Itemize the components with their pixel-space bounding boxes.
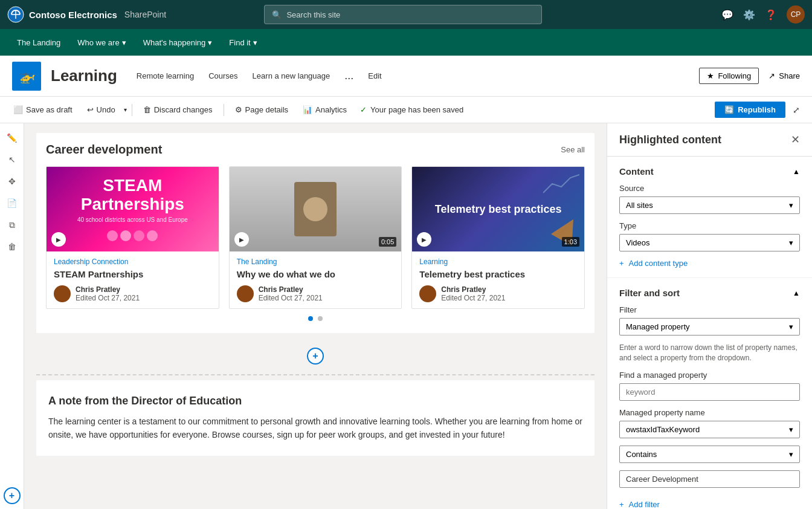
- pagination-dot-2[interactable]: [318, 316, 323, 321]
- play-button[interactable]: ▶: [51, 232, 66, 247]
- add-filter-icon: +: [619, 500, 624, 509]
- card-title: STEAM Partnerships: [54, 268, 211, 280]
- author-date: Edited Oct 27, 2021: [76, 294, 140, 302]
- see-all-link[interactable]: See all: [561, 145, 585, 154]
- page-nav-remote[interactable]: Remote learning: [137, 71, 194, 80]
- page-nav-courses[interactable]: Courses: [208, 71, 237, 80]
- video-duration-3: 1:03: [562, 237, 579, 247]
- add-filter-button[interactable]: + Add filter: [619, 500, 800, 509]
- card-author-3: Chris Pratley Edited Oct 27, 2021: [419, 285, 577, 302]
- undo-button[interactable]: ↩ Undo: [81, 103, 121, 117]
- content-section-header[interactable]: Content ▲: [619, 166, 800, 177]
- site-nav-whats-happening-label: What's happening: [143, 38, 206, 47]
- filter-chevron: ▾: [789, 322, 793, 331]
- panel-content-section: Content ▲ Source All sites ▾ Type Videos…: [607, 157, 812, 278]
- note-title: A note from the Director of Education: [48, 395, 582, 407]
- page-nav-language[interactable]: Learn a new language: [253, 71, 330, 80]
- filter-section-header[interactable]: Filter and sort ▲: [619, 288, 800, 298]
- source-dropdown[interactable]: All sites ▾: [619, 196, 800, 214]
- card-body-2: The Landing Why we do what we do Chris P…: [230, 251, 402, 308]
- analytics-label: Analytics: [315, 105, 347, 114]
- author-avatar: [54, 285, 71, 302]
- author-date-3: Edited Oct 27, 2021: [441, 294, 505, 302]
- property-name-dropdown[interactable]: owstaxIdTaxKeyword ▾: [619, 421, 800, 438]
- condition-dropdown[interactable]: Contains ▾: [619, 446, 800, 463]
- following-button[interactable]: ★ Following: [699, 68, 759, 84]
- video-duration: 0:05: [379, 237, 396, 247]
- card-tag-3[interactable]: Learning: [419, 258, 577, 266]
- play-button-2[interactable]: ▶: [234, 232, 249, 247]
- page-nav-more[interactable]: ...: [344, 70, 353, 82]
- search-bar[interactable]: 🔍 Search this site: [264, 5, 542, 24]
- help-icon[interactable]: ❓: [765, 9, 777, 21]
- author-info: Chris Pratley Edited Oct 27, 2021: [76, 285, 140, 302]
- site-nav-who-we-are[interactable]: Who we are ▾: [70, 29, 133, 56]
- author-avatar-2: [237, 285, 254, 302]
- toolbar-divider-2: [224, 104, 224, 116]
- page-details-button[interactable]: ⚙ Page details: [229, 103, 295, 117]
- sidebar-add-button[interactable]: +: [4, 487, 21, 504]
- author-name-3: Chris Pratley: [441, 285, 505, 294]
- filter-label: Filter: [619, 305, 800, 314]
- filter-value-input[interactable]: [619, 470, 800, 488]
- analytics-button[interactable]: 📊 Analytics: [297, 103, 353, 117]
- save-draft-button[interactable]: ⬜ Save as draft: [7, 103, 79, 117]
- republish-icon: 🔄: [724, 105, 734, 114]
- save-draft-label: Save as draft: [26, 105, 72, 114]
- author-info-3: Chris Pratley Edited Oct 27, 2021: [441, 285, 505, 302]
- sidebar-copy-icon[interactable]: ⧉: [2, 215, 22, 235]
- add-content-type-label: Add content type: [629, 259, 688, 268]
- page-header: 🚁 Learning Remote learning Courses Learn…: [0, 56, 812, 97]
- site-nav-landing[interactable]: The Landing: [10, 29, 68, 56]
- undo-dropdown-icon[interactable]: ▾: [124, 106, 127, 113]
- video-thumb-telemetry: Telemetry best practices ▶ 1:03: [412, 167, 584, 251]
- republish-button[interactable]: 🔄 Republish: [715, 102, 785, 118]
- sidebar-cursor-icon[interactable]: ↖: [2, 150, 22, 169]
- add-section-button[interactable]: +: [307, 348, 324, 365]
- author-avatar-3: [419, 285, 436, 302]
- saved-status: ✓ Your page has been saved: [360, 105, 463, 114]
- type-label: Type: [619, 221, 800, 230]
- share-button[interactable]: ↗ Share: [768, 71, 800, 80]
- find-property-label: Find a managed property: [619, 371, 800, 380]
- card-title-3: Telemetry best practices: [419, 268, 577, 280]
- filter-dropdown[interactable]: Managed property ▾: [619, 318, 800, 336]
- chevron-down-icon: ▾: [122, 38, 126, 47]
- left-sidebar: ✏️ ↖ ✥ 📄 ⧉ 🗑 +: [0, 123, 24, 509]
- site-nav-find-it[interactable]: Find it ▾: [222, 29, 264, 56]
- add-content-type-button[interactable]: + Add content type: [619, 259, 800, 268]
- sidebar-pages-icon[interactable]: 📄: [2, 193, 22, 213]
- property-name-value: owstaxIdTaxKeyword: [626, 425, 700, 434]
- sidebar-delete-icon[interactable]: 🗑: [2, 237, 22, 256]
- settings-icon[interactable]: ⚙️: [743, 9, 755, 21]
- page-details-icon: ⚙: [235, 105, 242, 114]
- discard-button[interactable]: 🗑 Discard changes: [137, 103, 219, 117]
- undo-icon: ↩: [87, 105, 94, 114]
- content-area: Career development See all STEAMPartners…: [24, 123, 607, 509]
- card-tag-2[interactable]: The Landing: [237, 258, 395, 266]
- app-logo[interactable]: Contoso Electronics: [7, 6, 117, 23]
- share-label: Share: [779, 71, 800, 80]
- close-panel-button[interactable]: ✕: [791, 133, 800, 146]
- check-icon: ✓: [360, 105, 367, 114]
- find-property-input[interactable]: [619, 383, 800, 401]
- page-nav-edit[interactable]: Edit: [368, 71, 381, 80]
- avatar[interactable]: CP: [787, 5, 805, 24]
- type-dropdown[interactable]: Videos ▾: [619, 234, 800, 251]
- source-chevron: ▾: [789, 201, 793, 210]
- right-panel: Highlighted content ✕ Content ▲ Source A…: [607, 123, 812, 509]
- text-section: A note from the Director of Education Th…: [36, 380, 594, 456]
- panel-header: Highlighted content ✕: [607, 123, 812, 157]
- card-tag[interactable]: Leadership Connection: [54, 258, 211, 266]
- card-body-3: Learning Telemetry best practices Chris …: [412, 251, 584, 308]
- pagination-dot-1[interactable]: [308, 316, 313, 321]
- site-nav-whats-happening[interactable]: What's happening ▾: [136, 29, 220, 56]
- share-icon: ↗: [768, 71, 775, 80]
- section-separator: [36, 374, 594, 375]
- chat-icon[interactable]: 💬: [721, 9, 733, 21]
- filter-collapse-icon: ▲: [793, 289, 800, 297]
- platform-name: SharePoint: [124, 10, 166, 19]
- sidebar-move-icon[interactable]: ✥: [2, 172, 22, 191]
- sidebar-edit-icon[interactable]: ✏️: [2, 128, 22, 148]
- expand-button[interactable]: ⤢: [788, 103, 805, 117]
